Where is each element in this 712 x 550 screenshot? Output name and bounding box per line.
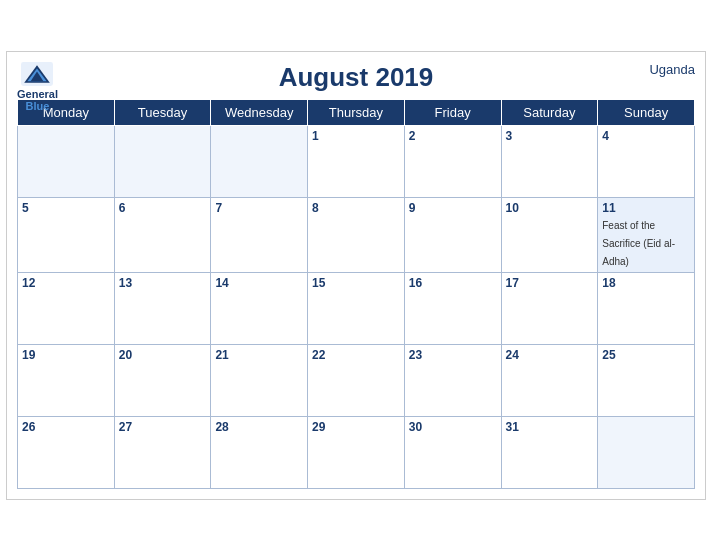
calendar-cell: 1 (308, 125, 405, 197)
calendar-cell: 23 (404, 344, 501, 416)
week-row-5: 262728293031 (18, 416, 695, 488)
calendar-cell: 4 (598, 125, 695, 197)
week-row-1: 1234 (18, 125, 695, 197)
calendar-cell: 7 (211, 197, 308, 272)
calendar-cell (114, 125, 211, 197)
calendar-cell: 22 (308, 344, 405, 416)
calendar-grid: MondayTuesdayWednesdayThursdayFridaySatu… (17, 99, 695, 489)
day-number: 19 (22, 348, 110, 362)
country-label: Uganda (649, 62, 695, 77)
logo-icon (21, 62, 53, 86)
day-number: 12 (22, 276, 110, 290)
day-number: 9 (409, 201, 497, 215)
week-row-3: 12131415161718 (18, 272, 695, 344)
day-number: 7 (215, 201, 303, 215)
weekday-header-tuesday: Tuesday (114, 99, 211, 125)
calendar-cell: 17 (501, 272, 598, 344)
calendar-cell: 13 (114, 272, 211, 344)
calendar-cell: 24 (501, 344, 598, 416)
week-row-2: 567891011Feast of the Sacrifice (Eid al-… (18, 197, 695, 272)
day-number: 11 (602, 201, 690, 215)
calendar-cell: 2 (404, 125, 501, 197)
day-number: 5 (22, 201, 110, 215)
calendar-cell: 6 (114, 197, 211, 272)
calendar-cell: 20 (114, 344, 211, 416)
day-number: 26 (22, 420, 110, 434)
calendar-cell: 16 (404, 272, 501, 344)
day-number: 18 (602, 276, 690, 290)
day-number: 25 (602, 348, 690, 362)
calendar-container: General Blue August 2019 Uganda MondayTu… (6, 51, 706, 500)
day-number: 1 (312, 129, 400, 143)
day-number: 23 (409, 348, 497, 362)
weekday-header-friday: Friday (404, 99, 501, 125)
calendar-cell (18, 125, 115, 197)
calendar-cell (211, 125, 308, 197)
calendar-cell: 30 (404, 416, 501, 488)
calendar-cell: 27 (114, 416, 211, 488)
day-number: 17 (506, 276, 594, 290)
day-number: 31 (506, 420, 594, 434)
calendar-cell: 18 (598, 272, 695, 344)
day-number: 22 (312, 348, 400, 362)
calendar-cell: 15 (308, 272, 405, 344)
calendar-title: August 2019 (17, 62, 695, 93)
day-number: 13 (119, 276, 207, 290)
day-number: 6 (119, 201, 207, 215)
calendar-cell: 31 (501, 416, 598, 488)
weekday-header-wednesday: Wednesday (211, 99, 308, 125)
calendar-cell: 14 (211, 272, 308, 344)
day-number: 21 (215, 348, 303, 362)
calendar-cell: 21 (211, 344, 308, 416)
day-number: 16 (409, 276, 497, 290)
calendar-cell: 25 (598, 344, 695, 416)
calendar-cell: 11Feast of the Sacrifice (Eid al-Adha) (598, 197, 695, 272)
logo-blue-text: Blue (26, 100, 50, 112)
day-number: 3 (506, 129, 594, 143)
day-number: 2 (409, 129, 497, 143)
calendar-cell: 5 (18, 197, 115, 272)
day-number: 20 (119, 348, 207, 362)
day-number: 29 (312, 420, 400, 434)
day-number: 10 (506, 201, 594, 215)
calendar-cell: 29 (308, 416, 405, 488)
calendar-cell: 3 (501, 125, 598, 197)
calendar-cell: 26 (18, 416, 115, 488)
day-number: 28 (215, 420, 303, 434)
weekday-header-saturday: Saturday (501, 99, 598, 125)
day-number: 15 (312, 276, 400, 290)
day-number: 24 (506, 348, 594, 362)
weekday-header-thursday: Thursday (308, 99, 405, 125)
calendar-cell: 19 (18, 344, 115, 416)
calendar-cell: 28 (211, 416, 308, 488)
calendar-header: General Blue August 2019 Uganda (17, 62, 695, 93)
holiday-text: Feast of the Sacrifice (Eid al-Adha) (602, 220, 675, 267)
calendar-cell: 9 (404, 197, 501, 272)
day-number: 27 (119, 420, 207, 434)
weekday-header-sunday: Sunday (598, 99, 695, 125)
calendar-cell: 10 (501, 197, 598, 272)
logo-general-text: General (17, 88, 58, 100)
calendar-cell: 8 (308, 197, 405, 272)
weekday-header-row: MondayTuesdayWednesdayThursdayFridaySatu… (18, 99, 695, 125)
calendar-cell: 12 (18, 272, 115, 344)
day-number: 30 (409, 420, 497, 434)
calendar-cell (598, 416, 695, 488)
logo-area: General Blue (17, 62, 58, 112)
day-number: 14 (215, 276, 303, 290)
day-number: 8 (312, 201, 400, 215)
week-row-4: 19202122232425 (18, 344, 695, 416)
day-number: 4 (602, 129, 690, 143)
